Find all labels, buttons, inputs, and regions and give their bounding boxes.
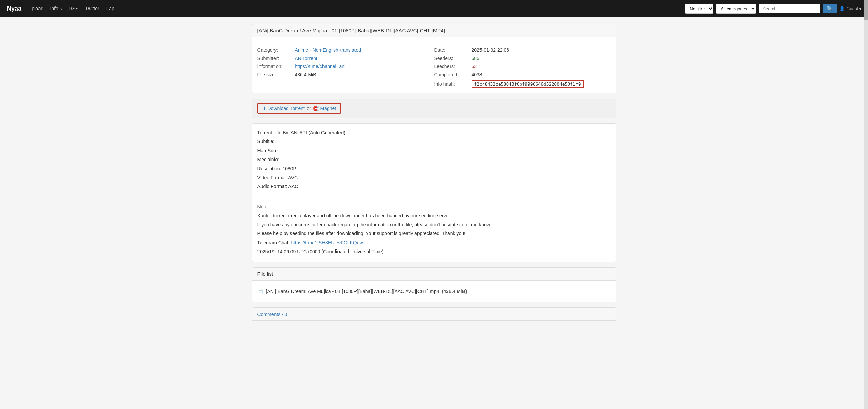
telegram-link[interactable]: https://t.me/+SH8EUievFGLKQew_ (291, 240, 365, 245)
guest-label: Guest (846, 6, 858, 11)
search-icon: 🔍 (827, 6, 833, 11)
filename: [ANi] BanG Dream! Ave Mujica - 01 [1080P… (266, 289, 439, 294)
chevron-down-icon-guest: ▾ (859, 7, 861, 11)
completed-value: 4038 (472, 72, 482, 77)
comments-panel: Comments - 0 (252, 307, 616, 321)
user-icon: 👤 (839, 6, 845, 11)
desc-line4: Mediainfo: (257, 156, 611, 163)
infohash-value[interactable]: f2b48432ce58843f0bf9996646d522004e50f1f9 (472, 80, 584, 88)
desc-line13: Telegram Chat: https://t.me/+SH8EUievFGL… (257, 239, 611, 246)
information-link[interactable]: https://t.me/channel_ani (295, 64, 346, 69)
filesize-label: File size: (257, 72, 295, 77)
desc-line5: Resolution: 1080P (257, 165, 611, 172)
completed-label: Completed: (434, 72, 472, 77)
torrent-title-heading: [ANi] BanG Dream! Ave Mujica - 01 [1080P… (252, 24, 616, 37)
submitter-value: ANiTorrent (295, 56, 317, 61)
download-torrent-button[interactable]: ⬇Download Torrent (262, 106, 305, 111)
category-value: Anime - Non-English-translated (295, 47, 361, 53)
desc-line14: 2025/1/2 14:06:09 UTC+0000 (Coordinated … (257, 248, 611, 255)
nav-twitter[interactable]: Twitter (85, 6, 99, 11)
info-right-col: Date: 2025-01-02 22:06 Seeders: 686 Leec… (434, 47, 611, 88)
category-select[interactable]: All categories (716, 4, 756, 14)
desc-line6: Video Format: AVC (257, 174, 611, 181)
scroll-thumb[interactable] (864, 0, 868, 20)
submitter-row: Submitter: ANiTorrent (257, 56, 434, 61)
filesize-value: 436.4 MiB (295, 72, 316, 77)
leechers-value: 63 (472, 64, 477, 69)
file-icon: 📄 (257, 289, 263, 294)
guest-menu[interactable]: 👤 Guest ▾ (839, 6, 861, 11)
download-icon: ⬇ (262, 106, 266, 111)
torrent-info-body: Category: Anime - Non-English-translated… (252, 37, 616, 93)
info-grid: Category: Anime - Non-English-translated… (257, 47, 611, 88)
magnet-icon: 🧲 (313, 106, 319, 111)
torrent-title: [ANi] BanG Dream! Ave Mujica - 01 [1080P… (257, 28, 445, 33)
desc-line10: Xunlei, torrent media player and offline… (257, 212, 611, 219)
nav-upload[interactable]: Upload (28, 6, 43, 11)
date-label: Date: (434, 47, 472, 53)
or-separator: or (307, 106, 311, 111)
search-input[interactable] (759, 4, 820, 13)
nav-info-label: Info (50, 6, 58, 11)
nav-brand[interactable]: Nyaa (7, 5, 21, 12)
category-separator: - (310, 47, 313, 53)
seeders-value: 686 (472, 56, 479, 61)
comments-link[interactable]: Comments - 0 (257, 312, 287, 317)
download-area: ⬇Download Torrent or 🧲Magnet (257, 103, 341, 114)
search-button[interactable]: 🔍 (823, 4, 837, 13)
magnet-button[interactable]: 🧲Magnet (313, 106, 336, 111)
navbar-right: No filter All categories 🔍 👤 Guest ▾ (685, 4, 861, 14)
information-row: Information: https://t.me/channel_ani (257, 64, 434, 69)
scrollbar[interactable] (864, 0, 868, 328)
infohash-label: Info hash: (434, 81, 472, 87)
download-panel: ⬇Download Torrent or 🧲Magnet (252, 99, 616, 118)
category-row: Category: Anime - Non-English-translated (257, 47, 434, 53)
information-label: Information: (257, 64, 295, 69)
submitter-link[interactable]: ANiTorrent (295, 56, 317, 61)
nav-info-dropdown[interactable]: Info ▾ (50, 6, 62, 11)
leechers-label: Leechers: (434, 64, 472, 69)
info-left-col: Category: Anime - Non-English-translated… (257, 47, 434, 88)
desc-line8 (257, 194, 611, 201)
category-label: Category: (257, 47, 295, 53)
category-anime-link[interactable]: Anime (295, 47, 309, 53)
nav-rss[interactable]: RSS (69, 6, 79, 11)
desc-line9: Note: (257, 203, 611, 210)
leechers-row: Leechers: 63 (434, 64, 611, 69)
date-value: 2025-01-02 22:06 (472, 47, 509, 53)
filelist-panel: File list 📄 [ANi] BanG Dream! Ave Mujica… (252, 267, 616, 302)
infohash-row: Info hash: f2b48432ce58843f0bf9996646d52… (434, 80, 611, 88)
seeders-label: Seeders: (434, 56, 472, 61)
filesize-display: (436.4 MiB) (442, 289, 467, 294)
filelist-body: 📄 [ANi] BanG Dream! Ave Mujica - 01 [108… (252, 281, 616, 302)
seeders-row: Seeders: 686 (434, 56, 611, 61)
completed-row: Completed: 4038 (434, 72, 611, 77)
desc-line3: HardSub (257, 147, 611, 154)
chevron-down-icon: ▾ (60, 7, 62, 11)
filelist-heading: File list (252, 268, 616, 281)
submitter-label: Submitter: (257, 56, 295, 61)
file-list-item: 📄 [ANi] BanG Dream! Ave Mujica - 01 [108… (257, 286, 611, 297)
filesize-row: File size: 436.4 MiB (257, 72, 434, 77)
comments-heading: Comments - 0 (252, 308, 616, 321)
desc-line7: Audio Format: AAC (257, 183, 611, 190)
date-row: Date: 2025-01-02 22:06 (434, 47, 611, 53)
nav-fap[interactable]: Fap (106, 6, 114, 11)
desc-line1: Torrent Info By: ANi API (Auto Generated… (257, 129, 611, 136)
filelist-heading-label: File list (257, 271, 273, 277)
information-value: https://t.me/channel_ani (295, 64, 346, 69)
navbar: Nyaa Upload Info ▾ RSS Twitter Fap No fi… (0, 0, 868, 17)
desc-line12: Please help by seeding the files after d… (257, 230, 611, 237)
desc-line11: If you have any concerns or feedback reg… (257, 221, 611, 228)
main-container: [ANi] BanG Dream! Ave Mujica - 01 [1080P… (247, 24, 621, 321)
description-panel: Torrent Info By: ANi API (Auto Generated… (252, 123, 616, 262)
torrent-panel: [ANi] BanG Dream! Ave Mujica - 01 [1080P… (252, 24, 616, 93)
filter-select[interactable]: No filter (685, 4, 713, 14)
desc-line2: Subtitle: (257, 138, 611, 145)
category-sub-link[interactable]: Non-English-translated (313, 47, 361, 53)
